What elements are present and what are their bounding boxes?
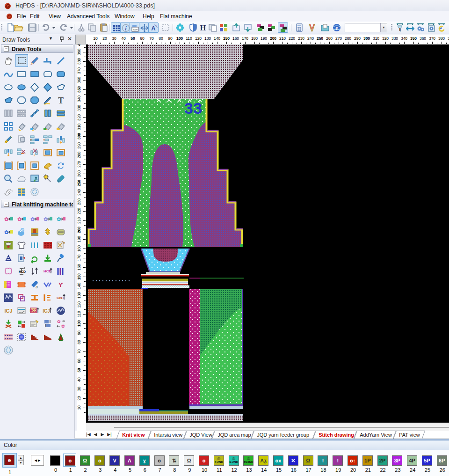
svg-text:320: 320 bbox=[382, 36, 389, 41]
svg-text:250: 250 bbox=[317, 36, 323, 41]
svg-text:230: 230 bbox=[77, 198, 81, 205]
svg-text:310: 310 bbox=[77, 124, 81, 130]
svg-text:!: ! bbox=[399, 27, 401, 32]
svg-text:360: 360 bbox=[420, 36, 426, 41]
svg-text:10: 10 bbox=[93, 36, 98, 41]
svg-text:260: 260 bbox=[326, 36, 333, 41]
svg-text:160: 160 bbox=[77, 264, 81, 271]
svg-text:HCD: HCD bbox=[19, 270, 26, 273]
svg-text:340: 340 bbox=[77, 95, 81, 102]
svg-text:330: 330 bbox=[391, 36, 398, 41]
svg-text:ICJ: ICJ bbox=[43, 308, 50, 314]
svg-text:60: 60 bbox=[140, 36, 145, 41]
svg-text:30: 30 bbox=[77, 387, 81, 391]
svg-text:50: 50 bbox=[77, 368, 81, 373]
svg-text:HCD: HCD bbox=[29, 309, 36, 312]
svg-text:70: 70 bbox=[77, 349, 81, 354]
svg-text:380: 380 bbox=[438, 36, 445, 41]
svg-text:160: 160 bbox=[232, 36, 239, 41]
svg-text:CNT: CNT bbox=[57, 296, 65, 300]
svg-text:20: 20 bbox=[77, 396, 81, 401]
svg-text:400: 400 bbox=[77, 44, 81, 46]
svg-text:H: H bbox=[200, 24, 206, 32]
svg-text:280: 280 bbox=[345, 36, 351, 41]
svg-text:230: 230 bbox=[298, 36, 304, 41]
svg-text:370: 370 bbox=[429, 36, 435, 41]
svg-text:200: 200 bbox=[77, 227, 81, 233]
svg-text:380: 380 bbox=[77, 58, 81, 65]
svg-text:80: 80 bbox=[77, 340, 81, 344]
svg-text:e: e bbox=[335, 25, 338, 31]
svg-text:190: 190 bbox=[77, 236, 81, 242]
svg-text:40: 40 bbox=[77, 377, 81, 382]
svg-text:33: 33 bbox=[184, 99, 203, 117]
svg-text:T: T bbox=[58, 96, 64, 105]
svg-text:210: 210 bbox=[279, 36, 286, 41]
svg-text:i: i bbox=[125, 25, 127, 32]
svg-text:10: 10 bbox=[77, 405, 81, 410]
svg-text:140: 140 bbox=[214, 36, 220, 41]
svg-text:190: 190 bbox=[261, 36, 267, 41]
svg-text:170: 170 bbox=[77, 255, 81, 261]
svg-text:110: 110 bbox=[77, 311, 81, 317]
svg-text:J: J bbox=[36, 285, 37, 289]
svg-text:180: 180 bbox=[251, 36, 258, 41]
svg-text:220: 220 bbox=[289, 36, 295, 41]
svg-text:100: 100 bbox=[176, 36, 183, 41]
svg-text:320: 320 bbox=[77, 114, 81, 121]
svg-text:A: A bbox=[151, 25, 156, 32]
svg-text:✿: ✿ bbox=[61, 324, 65, 329]
svg-text:120: 120 bbox=[77, 301, 81, 308]
svg-text:210: 210 bbox=[77, 217, 81, 224]
svg-text:60: 60 bbox=[77, 359, 81, 363]
svg-text:150: 150 bbox=[223, 36, 230, 41]
svg-text:310: 310 bbox=[373, 36, 379, 41]
svg-text:280: 280 bbox=[77, 152, 81, 158]
svg-text:270: 270 bbox=[77, 161, 81, 168]
svg-text:icon: icon bbox=[133, 28, 138, 31]
svg-text:80: 80 bbox=[159, 36, 163, 41]
svg-text:✿: ✿ bbox=[57, 319, 61, 324]
svg-text:240: 240 bbox=[307, 36, 314, 41]
svg-text:350: 350 bbox=[410, 36, 417, 41]
svg-text:50: 50 bbox=[130, 36, 135, 41]
svg-text:130: 130 bbox=[77, 292, 81, 299]
svg-text:ϒ: ϒ bbox=[58, 281, 63, 288]
svg-text:240: 240 bbox=[77, 189, 81, 196]
svg-text:70: 70 bbox=[149, 36, 154, 41]
svg-text:270: 270 bbox=[335, 36, 342, 41]
svg-text:330: 330 bbox=[77, 105, 81, 111]
svg-text:340: 340 bbox=[401, 36, 407, 41]
svg-text:290: 290 bbox=[77, 142, 81, 149]
svg-text:140: 140 bbox=[77, 283, 81, 289]
svg-text:200: 200 bbox=[270, 36, 276, 41]
svg-text:180: 180 bbox=[77, 245, 81, 252]
svg-text:HCD: HCD bbox=[43, 269, 52, 273]
svg-text:30: 30 bbox=[112, 36, 116, 41]
svg-text:390: 390 bbox=[77, 49, 81, 55]
svg-text:300: 300 bbox=[363, 36, 370, 41]
svg-text:150: 150 bbox=[77, 273, 81, 280]
svg-text:250: 250 bbox=[77, 180, 81, 186]
svg-text:130: 130 bbox=[204, 36, 211, 41]
svg-text:20: 20 bbox=[102, 36, 107, 41]
svg-text:100: 100 bbox=[77, 320, 81, 327]
svg-text:170: 170 bbox=[242, 36, 248, 41]
svg-text:260: 260 bbox=[77, 170, 81, 177]
svg-text:40: 40 bbox=[121, 36, 126, 41]
svg-text:290: 290 bbox=[354, 36, 361, 41]
svg-text:120: 120 bbox=[195, 36, 202, 41]
svg-text:370: 370 bbox=[77, 67, 81, 74]
svg-text:220: 220 bbox=[77, 208, 81, 214]
svg-text:90: 90 bbox=[77, 330, 81, 335]
svg-text:110: 110 bbox=[186, 36, 192, 41]
svg-text:300: 300 bbox=[77, 133, 81, 139]
svg-text:ICJ: ICJ bbox=[4, 308, 12, 314]
svg-text:350: 350 bbox=[77, 86, 81, 93]
svg-text:360: 360 bbox=[77, 77, 81, 83]
svg-text:90: 90 bbox=[168, 36, 173, 41]
